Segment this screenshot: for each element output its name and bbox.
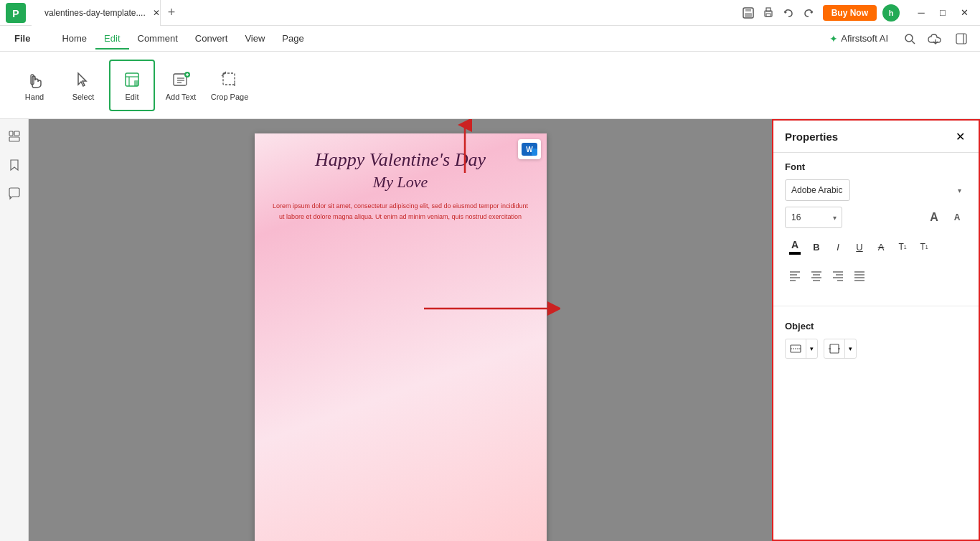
tab-close-button[interactable]: ✕ [153,8,160,18]
cloud-button[interactable] [925,29,946,49]
crop-icon [220,70,240,90]
ribbon: File Home Edit Comment Convert View Page… [0,26,980,119]
redo-icon [803,7,814,19]
select-tool-button[interactable]: Select [60,60,106,111]
titlebar-right: Buy Now h ─ □ ✕ [823,4,974,22]
svg-line-11 [912,41,915,44]
new-tab-button[interactable]: + [161,2,182,24]
redo-button[interactable] [800,4,817,22]
align-center-icon [810,269,823,282]
superscript-button[interactable]: T1 [892,237,913,257]
svg-rect-13 [956,34,966,44]
svg-rect-5 [745,8,751,11]
object-spacing-icon [828,342,841,355]
quick-access-toolbar [734,4,823,22]
tab-home[interactable]: Home [53,29,95,50]
user-avatar[interactable]: h [882,4,900,22]
font-name-select-wrap: Adobe Arabic ▾ [785,179,967,201]
font-select-arrow: ▾ [958,187,961,194]
save-button[interactable] [740,4,757,22]
cloud-icon [928,33,943,44]
print-button[interactable] [760,4,777,22]
bold-button[interactable]: B [806,237,826,257]
panel-close-button[interactable]: ✕ [953,129,967,144]
tab-valentines[interactable]: PDF valentines-day-template.... ✕ [32,0,161,26]
crop-page-tool-button[interactable]: Crop Page [207,60,253,111]
sidebar-bookmark-button[interactable] [3,154,26,177]
font-section: Font Adobe Arabic ▾ 16 ▾ [773,153,979,300]
comment-icon [8,187,21,200]
svg-rect-142 [830,344,839,353]
align-left-icon [788,269,801,282]
object-align-button[interactable] [786,339,806,359]
add-text-label: Add Text [166,93,197,101]
hand-icon [24,70,44,90]
left-sidebar [0,119,29,541]
edit-tool-button[interactable]: Edit [109,60,155,111]
close-button[interactable]: ✕ [954,4,974,22]
ribbon-settings-icon[interactable] [951,30,971,47]
object-spacing-dropdown-button[interactable]: ▾ [844,339,856,359]
object-section-label: Object [785,321,967,331]
align-row [785,265,967,286]
align-left-button[interactable] [785,265,805,286]
font-color-label: A [791,239,798,250]
select-icon [73,70,93,90]
sidebar-comment-button[interactable] [3,182,26,205]
thumbnail-icon [8,130,21,143]
object-align-icon [789,342,802,355]
subscript-button[interactable]: T1 [914,237,934,257]
object-controls: ▾ ▾ [785,339,967,359]
ribbon-tab-list: Home Edit Comment Convert View Page [42,26,324,52]
bookmark-icon [8,159,21,171]
svg-rect-32 [14,131,19,136]
undo-button[interactable] [780,4,797,22]
svg-rect-6 [745,13,752,17]
svg-rect-36 [532,149,537,156]
tab-comment[interactable]: Comment [129,29,187,50]
font-name-select[interactable]: Adobe Arabic [785,179,850,201]
align-justify-button[interactable] [849,265,870,286]
object-align-button-group: ▾ [785,339,818,359]
add-text-tool-button[interactable]: Add Text [158,60,204,111]
font-color-button[interactable]: A [785,237,805,257]
underline-button[interactable]: U [849,237,870,257]
tab-edit[interactable]: Edit [95,29,128,50]
object-align-dropdown-button[interactable]: ▾ [806,339,817,359]
undo-icon [783,7,794,19]
panel-header: Properties ✕ [773,121,979,153]
hand-tool-button[interactable]: Hand [11,60,57,111]
font-increase-button[interactable]: A [924,207,944,227]
font-size-select[interactable]: 16 [785,207,842,228]
buy-now-button[interactable]: Buy Now [823,5,877,21]
tab-view[interactable]: View [236,29,273,50]
afirstsoft-label: Afirstsoft AI [841,33,888,44]
align-right-button[interactable] [828,265,848,286]
sidebar-thumbnail-button[interactable] [3,125,26,148]
add-text-icon [171,70,191,90]
canvas-area: W Happy Valentine's Day My Love Lorem ip… [29,119,772,541]
align-center-button[interactable] [806,265,826,286]
strikethrough-button[interactable]: A [871,237,891,257]
translate-button[interactable]: W [518,139,541,159]
tab-page[interactable]: Page [273,29,312,50]
object-section: Object ▾ [773,312,979,367]
maximize-button[interactable]: □ [933,4,953,22]
svg-point-10 [905,34,913,42]
file-menu[interactable]: File [9,30,36,47]
edit-icon [122,70,142,90]
object-spacing-button-group: ▾ [824,339,857,359]
valentine-content: Happy Valentine's Day My Love Lorem ipsu… [255,133,547,541]
save-icon [743,7,754,19]
afirstsoft-ai-button[interactable]: ✦ Afirstsoft AI [824,30,894,47]
object-spacing-button[interactable] [824,339,844,359]
tab-title: valentines-day-template.... [44,8,146,18]
italic-button[interactable]: I [828,237,848,257]
search-button[interactable] [900,29,920,49]
ribbon-tabs-row: File Home Edit Comment Convert View Page… [0,26,980,52]
font-decrease-button[interactable]: A [947,207,967,227]
tab-convert[interactable]: Convert [187,29,237,50]
minimize-button[interactable]: ─ [911,4,931,22]
edit-label: Edit [126,93,139,101]
tab-area: PDF valentines-day-template.... ✕ + [32,0,734,26]
